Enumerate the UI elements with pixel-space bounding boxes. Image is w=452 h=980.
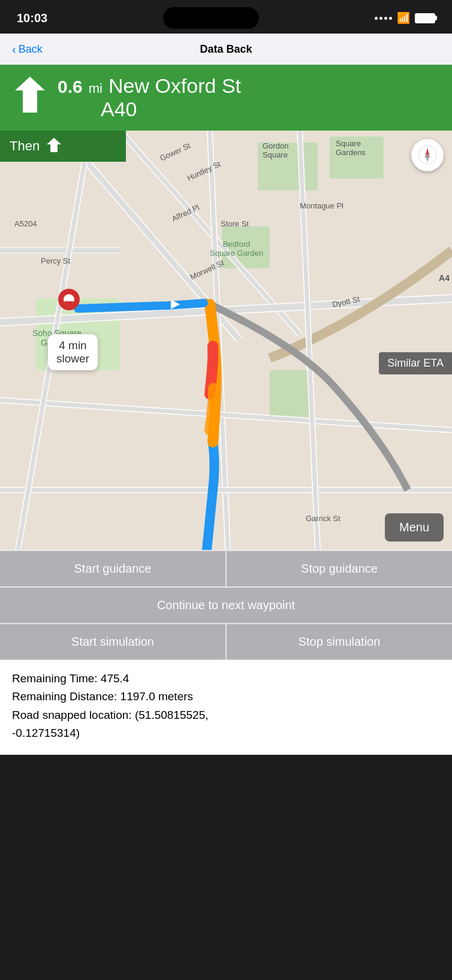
simulation-button-row: Start simulation Stop simulation — [0, 624, 452, 660]
nav-bar: ‹ Back Data Back — [0, 34, 452, 65]
nav-title: Data Back — [200, 43, 252, 56]
back-chevron-icon: ‹ — [12, 43, 16, 56]
then-bar: Then — [0, 131, 126, 162]
compass-icon — [418, 146, 437, 165]
street-label-garrick: Garrick St — [306, 514, 340, 523]
notch — [163, 7, 259, 29]
street-label-square-gardens: SquareGardens — [336, 139, 366, 157]
street-label-gordon: GordonSquare — [263, 141, 288, 159]
traffic-tooltip-line2: slower — [56, 352, 89, 365]
turn-arrow-icon — [12, 74, 48, 122]
status-bar: 10:03 📶 — [0, 0, 452, 34]
stop-simulation-button[interactable]: Stop simulation — [227, 624, 452, 660]
status-icons: 📶 — [375, 11, 435, 25]
wifi-icon: 📶 — [397, 11, 410, 25]
similar-eta-label: Similar ETA — [379, 352, 452, 374]
waypoint-button-row: Continue to next waypoint — [0, 588, 452, 623]
traffic-tooltip: 4 min slower — [48, 334, 98, 370]
back-button[interactable]: ‹ Back — [12, 43, 43, 56]
nav-distance-unit: mi — [89, 81, 103, 96]
menu-button[interactable]: Menu — [385, 513, 444, 542]
back-label: Back — [19, 43, 43, 56]
nav-banner: 0.6mi New Oxford St A40 — [0, 65, 452, 131]
start-guidance-button[interactable]: Start guidance — [0, 551, 225, 586]
svg-rect-4 — [270, 370, 312, 418]
guidance-button-row: Start guidance Stop guidance — [0, 551, 452, 586]
street-label-store: Store St — [221, 219, 249, 228]
street-label-a5204: A5204 — [14, 219, 37, 228]
start-simulation-button[interactable]: Start simulation — [0, 624, 225, 660]
then-turn-icon — [46, 137, 62, 156]
map-container: Then — [0, 131, 452, 550]
then-label: Then — [10, 138, 40, 154]
stop-guidance-button[interactable]: Stop guidance — [227, 551, 452, 586]
status-time: 10:03 — [17, 11, 47, 25]
remaining-time: Remaining Time: 475.4 — [12, 670, 440, 688]
controls-area: Start guidance Stop guidance Continue to… — [0, 550, 452, 660]
info-area: Remaining Time: 475.4 Remaining Distance… — [0, 660, 452, 755]
battery-icon — [415, 13, 435, 23]
map-area[interactable]: Gower St Huntley St GordonSquare SquareG… — [0, 131, 452, 550]
nav-street-info: 0.6mi New Oxford St A40 — [58, 74, 241, 121]
street-label-montague: Montague Pl — [300, 201, 343, 210]
compass[interactable] — [411, 139, 444, 171]
park-label-bedford: BedfordSquare Garden — [210, 240, 263, 258]
road-snapped: Road snapped location: (51.50815525, — [12, 706, 440, 724]
street-label-a4: A4 — [439, 273, 450, 283]
continue-waypoint-button[interactable]: Continue to next waypoint — [0, 588, 452, 623]
traffic-tooltip-line1: 4 min — [59, 339, 86, 352]
remaining-distance: Remaining Distance: 1197.0 meters — [12, 688, 440, 706]
nav-street-name: New Oxford St — [109, 74, 241, 98]
nav-distance-value: 0.6 — [58, 77, 83, 97]
nav-main-row: 0.6mi New Oxford St A40 — [12, 74, 440, 122]
signal-icon — [375, 17, 392, 20]
coordinates: -0.12715314) — [12, 724, 440, 742]
street-label-percy: Percy St — [41, 256, 70, 265]
nav-road-id: A40 — [101, 98, 241, 121]
